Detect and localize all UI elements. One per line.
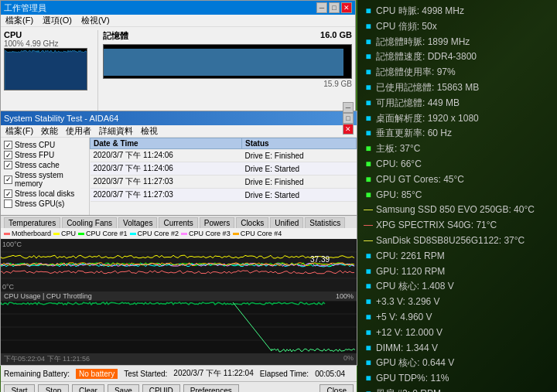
legend-item-cpu: CPU bbox=[53, 230, 76, 237]
stat-row: ■CPU: 66°C bbox=[364, 158, 551, 171]
stat-text: GPU: 85°C bbox=[376, 189, 422, 202]
aida-minimize-button[interactable]: ─ bbox=[343, 102, 354, 113]
temperature-graph bbox=[1, 239, 357, 291]
log-table: Date & Time Status 2020/3/7 下午 11:24:06D… bbox=[90, 138, 357, 202]
stat-icon: ■ bbox=[364, 159, 373, 169]
stop-button[interactable]: Stop bbox=[38, 384, 69, 392]
cpu-usage-pct-high: 100% bbox=[336, 292, 354, 300]
aida-toolbar-close-button[interactable]: Close bbox=[320, 384, 354, 392]
stat-text: +3.3 V: 3.296 V bbox=[376, 295, 440, 308]
stat-icon: ■ bbox=[364, 53, 373, 62]
task-manager-title: 工作管理員 bbox=[4, 2, 46, 14]
maximize-button[interactable]: □ bbox=[329, 2, 340, 13]
aida-menu-detail[interactable]: 詳細資料 bbox=[97, 125, 135, 137]
stat-row: ■CPU 時脈: 4998 MHz bbox=[364, 5, 551, 18]
aida-menu-perf[interactable]: 效能 bbox=[39, 125, 60, 137]
aida-titlebar: System Stability Test - AIDA64 ─ □ ✕ bbox=[1, 111, 357, 125]
test-started-value: 2020/3/7 下午 11:22:04 bbox=[173, 368, 253, 379]
stat-row: ■CPU GT Cores: 45°C bbox=[364, 173, 551, 186]
aida-stress-content: Stress CPU Stress FPU Stress cache Stres… bbox=[1, 138, 357, 215]
stress-fpu-checkbox[interactable] bbox=[4, 151, 12, 159]
graph-tab-clocks[interactable]: Clocks bbox=[236, 217, 268, 228]
stat-icon: ■ bbox=[364, 98, 373, 107]
aida-menu-user[interactable]: 使用者 bbox=[64, 125, 93, 137]
stress-sysmem-checkbox[interactable] bbox=[4, 176, 12, 184]
stat-row: ■CPU: 2261 RPM bbox=[364, 250, 551, 263]
graph-tab-statistics[interactable]: Statistics bbox=[305, 217, 345, 228]
stress-fpu-item: Stress FPU bbox=[4, 151, 86, 159]
stat-icon: — bbox=[364, 206, 373, 215]
stat-icon: ■ bbox=[364, 312, 373, 322]
clear-button[interactable]: Clear bbox=[72, 384, 104, 392]
stat-text: +5 V: 4.960 V bbox=[376, 311, 432, 324]
window-controls: ─ □ ✕ bbox=[316, 2, 352, 13]
stat-text: XPG SPECTRIX S40G: 71°C bbox=[376, 219, 497, 232]
stat-row: ■風扇 #2: 0 RPM bbox=[364, 387, 551, 392]
stat-icon: ■ bbox=[364, 359, 373, 368]
menu-view[interactable]: 檢視(V) bbox=[80, 15, 111, 26]
graph-section: TemperaturesCooling FansVoltagesCurrents… bbox=[1, 215, 357, 365]
graph-tab-currents[interactable]: Currents bbox=[159, 217, 197, 228]
aida-window-controls: ─ □ ✕ bbox=[343, 102, 354, 135]
graph-tab-powers[interactable]: Powers bbox=[200, 217, 234, 228]
graph-tab-unified[interactable]: Unified bbox=[270, 217, 303, 228]
stress-cpu-checkbox[interactable] bbox=[4, 141, 12, 149]
stat-icon: ■ bbox=[364, 145, 373, 154]
stress-gpu-checkbox[interactable] bbox=[4, 199, 12, 208]
stat-text: 桌面解析度: 1920 x 1080 bbox=[376, 112, 479, 125]
stat-row: ■記憶體速度: DDR4-3800 bbox=[364, 50, 551, 63]
aida-maximize-button[interactable]: □ bbox=[343, 113, 354, 124]
stat-row: ■GPU: 1120 RPM bbox=[364, 265, 551, 278]
close-button[interactable]: ✕ bbox=[341, 2, 352, 13]
aida-close-button[interactable]: ✕ bbox=[343, 124, 354, 135]
menu-file[interactable]: 檔案(F) bbox=[4, 15, 35, 26]
graph-tab-cooling-fans[interactable]: Cooling Fans bbox=[62, 217, 117, 228]
log-datetime: 2020/3/7 下午 11:24:06 bbox=[91, 162, 242, 176]
test-started-label: Test Started: bbox=[124, 370, 167, 378]
graph-tab-temperatures[interactable]: Temperatures bbox=[4, 217, 60, 228]
menu-options[interactable]: 選項(O) bbox=[41, 15, 73, 26]
stat-row: ■可用記憶體: 449 MB bbox=[364, 97, 551, 110]
cpu-section: CPU 100% 4.99 GHz bbox=[4, 30, 93, 111]
stat-row: ■記憶體時脈: 1899 MHz bbox=[364, 36, 551, 49]
cpuid-button[interactable]: CPUID bbox=[142, 384, 180, 392]
cpu-usage-pct-low: 0% bbox=[343, 354, 354, 364]
stat-icon: ■ bbox=[364, 175, 373, 184]
stat-icon: ■ bbox=[364, 282, 373, 291]
cpu-graph bbox=[4, 48, 87, 90]
log-datetime: 2020/3/7 下午 11:27:03 bbox=[91, 176, 242, 189]
save-button[interactable]: Save bbox=[108, 384, 139, 392]
aida-menu-file[interactable]: 檔案(F) bbox=[4, 125, 35, 137]
log-datetime: 2020/3/7 下午 11:24:06 bbox=[91, 149, 242, 162]
aida-menu-view[interactable]: 檢視 bbox=[139, 125, 159, 137]
minimize-button[interactable]: ─ bbox=[316, 2, 327, 13]
memory-total: 16.0 GB bbox=[320, 30, 352, 42]
stat-icon: ■ bbox=[364, 114, 373, 123]
stress-disks-label: Stress local disks bbox=[15, 189, 74, 198]
stress-gpu-label: Stress GPU(s) bbox=[15, 199, 64, 208]
start-button[interactable]: Start bbox=[4, 384, 35, 392]
stat-text: Samsung SSD 850 EVO 250GB: 40°C bbox=[376, 203, 535, 216]
stat-row: ■CPU 倍頻: 50x bbox=[364, 20, 551, 33]
stat-icon: — bbox=[364, 221, 373, 230]
memory-used: 15.9 GB bbox=[103, 80, 352, 88]
stat-icon: ■ bbox=[364, 343, 373, 353]
graph-tab-voltages[interactable]: Voltages bbox=[118, 217, 157, 228]
preferences-button[interactable]: Preferences bbox=[183, 384, 239, 392]
stress-log-panel: Date & Time Status 2020/3/7 下午 11:24:06D… bbox=[90, 138, 357, 215]
stress-cache-checkbox[interactable] bbox=[4, 161, 12, 169]
stat-row: ■記憶體使用率: 97% bbox=[364, 66, 551, 79]
stat-text: CPU GT Cores: 45°C bbox=[376, 173, 464, 186]
stat-icon: ■ bbox=[364, 129, 373, 138]
stress-disks-checkbox[interactable] bbox=[4, 189, 12, 198]
cpu-usage-bottom-labels: 下午05:22:04 下午 11:21:56 0% bbox=[1, 353, 357, 365]
stat-text: GPU 核心: 0.644 V bbox=[376, 356, 454, 370]
log-row: 2020/3/7 下午 11:27:03Drive E: Finished bbox=[91, 176, 357, 189]
memory-graph bbox=[103, 44, 352, 79]
stat-icon: ■ bbox=[364, 37, 373, 46]
log-status: Drive E: Started bbox=[241, 189, 356, 202]
stat-row: ■+5 V: 4.960 V bbox=[364, 311, 551, 324]
cpu-utilization: 100% 4.99 GHz bbox=[4, 39, 93, 48]
stress-checks-panel: Stress CPU Stress FPU Stress cache Stres… bbox=[1, 138, 90, 215]
cpu-usage-title: CPU Usage | CPU Throttling bbox=[4, 292, 92, 300]
